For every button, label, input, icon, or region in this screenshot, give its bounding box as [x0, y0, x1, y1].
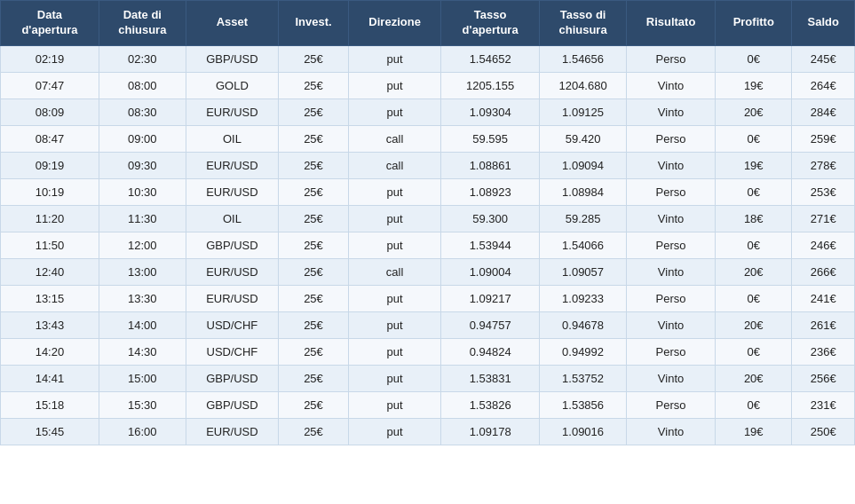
cell-risultato: Perso	[627, 232, 716, 258]
cell-asset: GBP/USD	[186, 45, 278, 72]
cell-tasso_chiusura: 1.08984	[540, 178, 627, 205]
header-invest: Invest.	[279, 1, 349, 46]
header-chiusura: Date dichiusura	[99, 1, 186, 46]
cell-tasso_chiusura: 1.53856	[540, 391, 627, 418]
cell-tasso_apertura: 59.595	[441, 125, 540, 152]
cell-risultato: Vinto	[627, 152, 716, 178]
cell-tasso_apertura: 0.94824	[441, 338, 540, 365]
cell-risultato: Vinto	[627, 258, 716, 285]
trading-table: Datad'apertura Date dichiusura Asset Inv…	[0, 0, 855, 445]
cell-tasso_apertura: 1.53831	[441, 365, 540, 391]
cell-invest: 25€	[279, 258, 349, 285]
cell-direzione: put	[348, 418, 440, 445]
table-row: 02:1902:30GBP/USD25€put1.546521.54656Per…	[1, 45, 855, 72]
cell-saldo: 261€	[792, 311, 855, 338]
header-apertura: Datad'apertura	[1, 1, 99, 46]
cell-risultato: Vinto	[627, 72, 716, 98]
cell-invest: 25€	[279, 205, 349, 232]
cell-apertura: 02:19	[1, 45, 99, 72]
cell-invest: 25€	[279, 311, 349, 338]
table-row: 08:4709:00OIL25€call59.59559.420Perso0€2…	[1, 125, 855, 152]
cell-asset: USD/CHF	[186, 338, 278, 365]
cell-asset: EUR/USD	[186, 152, 278, 178]
cell-direzione: put	[348, 338, 440, 365]
cell-asset: EUR/USD	[186, 285, 278, 311]
cell-risultato: Perso	[627, 45, 716, 72]
cell-tasso_chiusura: 59.420	[540, 125, 627, 152]
cell-asset: GOLD	[186, 72, 278, 98]
cell-tasso_chiusura: 1.09125	[540, 98, 627, 125]
cell-risultato: Vinto	[627, 205, 716, 232]
cell-invest: 25€	[279, 45, 349, 72]
cell-chiusura: 09:00	[99, 125, 186, 152]
cell-asset: USD/CHF	[186, 311, 278, 338]
header-tasso-apertura: Tassod'apertura	[441, 1, 540, 46]
header-saldo: Saldo	[792, 1, 855, 46]
cell-tasso_apertura: 1205.155	[441, 72, 540, 98]
cell-saldo: 259€	[792, 125, 855, 152]
cell-direzione: put	[348, 311, 440, 338]
cell-profitto: 19€	[716, 418, 792, 445]
table-row: 13:4314:00USD/CHF25€put0.947570.94678Vin…	[1, 311, 855, 338]
cell-apertura: 14:20	[1, 338, 99, 365]
cell-tasso_chiusura: 1.09233	[540, 285, 627, 311]
cell-profitto: 0€	[716, 45, 792, 72]
cell-invest: 25€	[279, 391, 349, 418]
cell-chiusura: 14:00	[99, 311, 186, 338]
cell-saldo: 266€	[792, 258, 855, 285]
cell-chiusura: 09:30	[99, 152, 186, 178]
cell-apertura: 15:18	[1, 391, 99, 418]
cell-asset: GBP/USD	[186, 365, 278, 391]
cell-tasso_apertura: 1.53826	[441, 391, 540, 418]
cell-invest: 25€	[279, 338, 349, 365]
cell-direzione: call	[348, 258, 440, 285]
cell-tasso_chiusura: 1.09057	[540, 258, 627, 285]
cell-chiusura: 13:00	[99, 258, 186, 285]
header-tasso-chiusura: Tasso dichiusura	[540, 1, 627, 46]
cell-tasso_chiusura: 0.94992	[540, 338, 627, 365]
cell-risultato: Perso	[627, 338, 716, 365]
cell-apertura: 11:50	[1, 232, 99, 258]
cell-saldo: 250€	[792, 418, 855, 445]
cell-chiusura: 15:30	[99, 391, 186, 418]
cell-risultato: Perso	[627, 125, 716, 152]
cell-chiusura: 12:00	[99, 232, 186, 258]
cell-invest: 25€	[279, 285, 349, 311]
table-row: 15:4516:00EUR/USD25€put1.091781.09016Vin…	[1, 418, 855, 445]
cell-profitto: 19€	[716, 72, 792, 98]
table-row: 11:2011:30OIL25€put59.30059.285Vinto18€2…	[1, 205, 855, 232]
cell-invest: 25€	[279, 152, 349, 178]
cell-saldo: 256€	[792, 365, 855, 391]
cell-chiusura: 15:00	[99, 365, 186, 391]
cell-apertura: 11:20	[1, 205, 99, 232]
cell-direzione: call	[348, 125, 440, 152]
cell-apertura: 08:09	[1, 98, 99, 125]
cell-asset: OIL	[186, 205, 278, 232]
cell-asset: EUR/USD	[186, 98, 278, 125]
cell-tasso_apertura: 1.08923	[441, 178, 540, 205]
cell-tasso_chiusura: 59.285	[540, 205, 627, 232]
cell-tasso_apertura: 59.300	[441, 205, 540, 232]
cell-tasso_chiusura: 1.54066	[540, 232, 627, 258]
cell-apertura: 15:45	[1, 418, 99, 445]
header-direzione: Direzione	[348, 1, 440, 46]
cell-tasso_apertura: 1.09178	[441, 418, 540, 445]
trading-table-container: Datad'apertura Date dichiusura Asset Inv…	[0, 0, 855, 445]
cell-saldo: 253€	[792, 178, 855, 205]
cell-tasso_apertura: 1.09217	[441, 285, 540, 311]
cell-risultato: Perso	[627, 285, 716, 311]
cell-profitto: 20€	[716, 98, 792, 125]
table-row: 14:4115:00GBP/USD25€put1.538311.53752Vin…	[1, 365, 855, 391]
cell-apertura: 08:47	[1, 125, 99, 152]
cell-tasso_apertura: 0.94757	[441, 311, 540, 338]
cell-chiusura: 10:30	[99, 178, 186, 205]
cell-chiusura: 14:30	[99, 338, 186, 365]
table-row: 07:4708:00GOLD25€put1205.1551204.680Vint…	[1, 72, 855, 98]
cell-tasso_apertura: 1.09004	[441, 258, 540, 285]
cell-chiusura: 08:00	[99, 72, 186, 98]
cell-tasso_chiusura: 1.53752	[540, 365, 627, 391]
cell-profitto: 0€	[716, 125, 792, 152]
cell-risultato: Vinto	[627, 98, 716, 125]
cell-chiusura: 11:30	[99, 205, 186, 232]
cell-apertura: 12:40	[1, 258, 99, 285]
